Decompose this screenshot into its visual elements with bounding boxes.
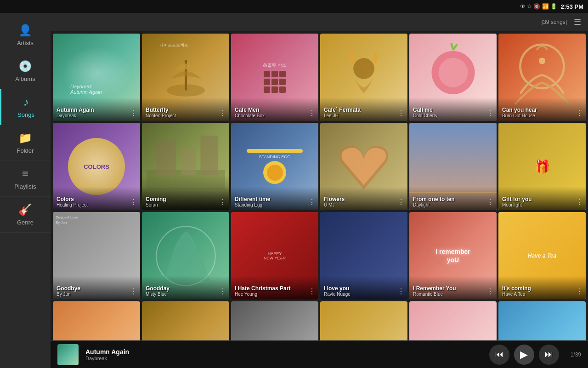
next-button[interactable]: ⏭ bbox=[539, 345, 559, 365]
album-title: Flowers bbox=[324, 196, 404, 202]
disc-icon: 💿 bbox=[18, 60, 32, 73]
album-card[interactable]: Have a Tea It's coming Have A Tea ⋮ bbox=[498, 212, 586, 299]
album-grid-container[interactable]: DaybreakAutumn Again Autumn Again Daybre… bbox=[51, 31, 588, 340]
album-card[interactable]: Deepest LoveBy Jun Goodbye By Jun ⋮ bbox=[53, 212, 140, 299]
album-menu-button[interactable]: ⋮ bbox=[219, 109, 226, 117]
album-artist: Moonlight bbox=[502, 202, 582, 207]
album-menu-button[interactable]: ⋮ bbox=[397, 287, 405, 296]
album-card[interactable]: HAPPYNEW YEAR I Hate Christmas Part Hee … bbox=[231, 212, 318, 299]
person-icon: 👤 bbox=[18, 24, 32, 37]
album-title: I Remember You bbox=[413, 285, 493, 292]
album-menu-button[interactable]: ⋮ bbox=[397, 109, 405, 117]
svg-point-2 bbox=[353, 58, 374, 79]
player-artist: Daybreak bbox=[85, 356, 482, 361]
sidebar-label-genre: Genre bbox=[17, 219, 34, 226]
album-menu-button[interactable]: ⋮ bbox=[219, 198, 226, 207]
album-card[interactable]: I love you Ravie Nuage ⋮ bbox=[320, 212, 407, 299]
svg-line-6 bbox=[453, 44, 457, 50]
album-artwork bbox=[231, 301, 318, 340]
album-menu-button[interactable]: ⋮ bbox=[397, 198, 405, 207]
status-icons: 👁 ☆ 🔇 📶 🔋 bbox=[520, 3, 557, 10]
album-menu-button[interactable]: ⋮ bbox=[130, 198, 137, 207]
sidebar-item-playlists[interactable]: ≡ Playlists bbox=[0, 161, 51, 197]
sidebar: 👤 Artists 💿 Albums ♪ Songs 📁 Folder ≡ Pl… bbox=[0, 13, 51, 368]
album-artist: Misty Blue bbox=[146, 292, 226, 297]
album-artist: By Jun bbox=[57, 292, 136, 297]
album-menu-button[interactable]: ⋮ bbox=[486, 109, 494, 117]
album-label: Cafe Men Chocolate Box bbox=[231, 98, 318, 121]
album-card[interactable]: I rememberyoU I Remember You Romantic Bl… bbox=[409, 212, 497, 299]
album-card[interactable]: ... ... ⋮ bbox=[231, 301, 318, 340]
album-artist: Soran bbox=[146, 202, 226, 207]
album-title: Butterfly bbox=[146, 107, 226, 113]
sidebar-label-albums: Albums bbox=[15, 75, 35, 82]
svg-rect-10 bbox=[156, 140, 176, 175]
clock: 2:53 PM bbox=[561, 3, 583, 10]
list-view-icon[interactable]: ☰ bbox=[574, 17, 581, 27]
album-grid: DaybreakAutumn Again Autumn Again Daybre… bbox=[53, 34, 586, 340]
album-card[interactable]: COLORS Colors Healing Project ⋮ bbox=[53, 123, 140, 210]
album-title: Can you hear bbox=[502, 107, 582, 113]
sidebar-item-songs[interactable]: ♪ Songs bbox=[0, 89, 51, 125]
album-artist: Lee JH bbox=[324, 113, 404, 118]
album-menu-button[interactable]: ⋮ bbox=[308, 198, 316, 207]
album-menu-button[interactable]: ⋮ bbox=[308, 287, 316, 296]
main-layout: 👤 Artists 💿 Albums ♪ Songs 📁 Folder ≡ Pl… bbox=[0, 13, 588, 368]
album-card[interactable]: 나이프프로젝트 Butterfly Noriteo Project ⋮ bbox=[142, 34, 229, 121]
album-label: I Hate Christmas Part Hee Young bbox=[231, 276, 318, 299]
album-menu-button[interactable]: ⋮ bbox=[576, 198, 583, 207]
player-info: Autumn Again Daybreak bbox=[85, 348, 482, 361]
svg-point-4 bbox=[438, 58, 468, 87]
album-title: Autumn Again bbox=[57, 107, 136, 113]
sidebar-item-folder[interactable]: 📁 Folder bbox=[0, 125, 51, 161]
album-card[interactable]: DaybreakAutumn Again Autumn Again Daybre… bbox=[53, 34, 140, 121]
album-artist: Daylight bbox=[413, 202, 493, 207]
album-menu-button[interactable]: ⋮ bbox=[576, 287, 583, 296]
album-label: Flowers U MJ bbox=[320, 187, 407, 210]
svg-rect-11 bbox=[181, 148, 195, 175]
album-card[interactable]: ... ... ⋮ bbox=[53, 301, 140, 340]
album-menu-button[interactable]: ⋮ bbox=[486, 287, 494, 296]
album-card[interactable]: Follow me ... ⋮ bbox=[320, 301, 407, 340]
album-menu-button[interactable]: ⋮ bbox=[308, 109, 316, 117]
album-label: Call me Cold Cherry bbox=[409, 98, 497, 121]
album-title: Cafe` Fermata bbox=[324, 107, 404, 113]
guitar-icon: 🎸 bbox=[18, 203, 32, 216]
playlist-icon: ≡ bbox=[22, 167, 28, 180]
album-title: I love you bbox=[324, 285, 404, 292]
album-card[interactable]: 🎁 Gift for you Moonlight ⋮ bbox=[498, 123, 586, 210]
album-menu-button[interactable]: ⋮ bbox=[130, 109, 137, 117]
sidebar-item-artists[interactable]: 👤 Artists bbox=[0, 17, 51, 53]
sidebar-item-genre[interactable]: 🎸 Genre bbox=[0, 197, 51, 233]
album-menu-button[interactable]: ⋮ bbox=[130, 287, 137, 296]
album-menu-button[interactable]: ⋮ bbox=[219, 287, 226, 296]
album-artist: Have A Tea bbox=[502, 292, 582, 297]
album-card[interactable]: From one to ten Daylight ⋮ bbox=[409, 123, 497, 210]
album-card[interactable]: Flowers U MJ ⋮ bbox=[320, 123, 407, 210]
album-card[interactable]: Nostalgia ... ⋮ bbox=[409, 301, 497, 340]
status-bar: 👁 ☆ 🔇 📶 🔋 2:53 PM bbox=[0, 0, 588, 13]
sidebar-item-albums[interactable]: 💿 Albums bbox=[0, 53, 51, 89]
album-card[interactable]: Call me Cold Cherry ⋮ bbox=[409, 34, 497, 121]
album-artist: Daybreak bbox=[57, 113, 136, 118]
album-card[interactable]: Can you hear Burn Out House ⋮ bbox=[498, 34, 586, 121]
album-card[interactable]: Cafe` Fermata Lee JH ⋮ bbox=[320, 34, 407, 121]
album-card[interactable]: ... ... ⋮ bbox=[498, 301, 586, 340]
album-card[interactable]: ... ... ⋮ bbox=[142, 301, 229, 340]
play-button[interactable]: ▶ bbox=[514, 345, 534, 365]
album-artwork bbox=[320, 301, 407, 340]
album-label: Cafe` Fermata Lee JH bbox=[320, 98, 407, 121]
album-title: Goodday bbox=[146, 285, 226, 292]
album-card[interactable]: 초콜릿 박스 Cafe Men Chocolate Box ⋮ bbox=[231, 34, 318, 121]
album-artwork bbox=[142, 301, 229, 340]
sidebar-label-playlists: Playlists bbox=[14, 183, 36, 190]
album-card[interactable]: Goodday Misty Blue ⋮ bbox=[142, 212, 229, 299]
album-menu-button[interactable]: ⋮ bbox=[486, 198, 494, 207]
album-menu-button[interactable]: ⋮ bbox=[576, 109, 583, 117]
album-card[interactable]: STANDING EGG Different time Standing Egg… bbox=[231, 123, 318, 210]
svg-rect-12 bbox=[200, 135, 218, 175]
album-card[interactable]: Coming Soran ⋮ bbox=[142, 123, 229, 210]
folder-icon: 📁 bbox=[18, 132, 32, 144]
album-label: Autumn Again Daybreak bbox=[53, 98, 140, 121]
prev-button[interactable]: ⏮ bbox=[489, 345, 509, 365]
